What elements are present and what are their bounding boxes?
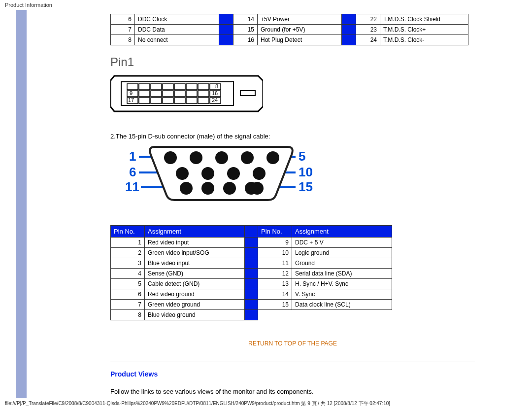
sidebar-stripe <box>16 10 27 398</box>
table-gap <box>219 14 233 25</box>
return-to-top-link[interactable]: RETURN TO TOP OF THE PAGE <box>110 340 475 347</box>
pin-assignment: Green video ground <box>145 300 245 310</box>
pin-row: 7Green video ground15Data clock line (SC… <box>111 300 392 310</box>
svg-point-47 <box>266 151 279 164</box>
dvi-table: 6DDC Clock14+5V Power22T.M.D.S. Clock Sh… <box>110 14 468 45</box>
svg-rect-21 <box>174 98 185 103</box>
pin-number: 7 <box>111 300 145 310</box>
svg-rect-7 <box>198 84 209 90</box>
pin-assignment: Sense (GND) <box>145 269 245 279</box>
dvi-row: 6DDC Clock14+5V Power22T.M.D.S. Clock Sh… <box>111 14 468 25</box>
svg-rect-10 <box>139 91 150 97</box>
pin-name: No connect <box>135 35 219 45</box>
svg-point-43 <box>164 151 177 164</box>
svg-point-49 <box>201 167 214 180</box>
svg-rect-18 <box>139 98 150 103</box>
svg-rect-19 <box>151 98 162 103</box>
svg-rect-23 <box>198 98 209 103</box>
vga-connector-diagram: 1 6 11 5 10 15 <box>125 145 532 206</box>
pin-number: 7 <box>111 25 135 35</box>
svg-point-50 <box>227 167 240 180</box>
pin-assignment: DDC + 5 V <box>292 238 392 248</box>
svg-rect-1 <box>127 84 138 90</box>
pin-number: 12 <box>258 269 292 279</box>
table-gap <box>245 226 258 238</box>
d-sub-description: 2.The 15-pin D-sub connector (male) of t… <box>110 133 532 140</box>
pin-row: 6Red video ground14V. Sync <box>111 289 392 300</box>
pin-row: 2Green video input/SOG10Logic ground <box>111 248 392 258</box>
svg-text:17: 17 <box>128 97 134 103</box>
table-gap <box>245 300 258 310</box>
svg-text:9: 9 <box>130 90 133 96</box>
pin-number: 15 <box>258 300 292 310</box>
table-gap <box>245 269 258 279</box>
pin-number: 11 <box>258 258 292 269</box>
product-views-description: Follow the links to see various views of… <box>110 388 532 395</box>
pin-row: 3Blue video input11Ground <box>111 258 392 269</box>
pin-assignment: Ground <box>292 258 392 269</box>
svg-point-44 <box>190 151 202 164</box>
pin-row: 4Sense (GND)12Serial data line (SDA) <box>111 269 392 279</box>
col-pin-no: Pin No. <box>258 226 292 238</box>
table-gap <box>245 279 258 289</box>
pin-number: 15 <box>233 25 258 35</box>
pin1-label: Pin1 <box>110 55 532 69</box>
svg-text:11: 11 <box>125 179 139 194</box>
svg-text:16: 16 <box>212 90 218 96</box>
product-views-heading: Product Views <box>110 370 532 378</box>
svg-point-53 <box>201 182 214 195</box>
main-content: 6DDC Clock14+5V Power22T.M.D.S. Clock Sh… <box>27 10 532 398</box>
svg-point-46 <box>241 151 254 164</box>
table-gap <box>245 258 258 269</box>
dvi-row: 7DDC Data15Ground (for +5V)23T.M.D.S. Cl… <box>111 25 468 35</box>
pin-assignment: Data clock line (SCL) <box>292 300 392 310</box>
pin-assignment: V. Sync <box>292 289 392 300</box>
table-gap <box>245 310 258 320</box>
svg-text:5: 5 <box>299 149 305 164</box>
svg-rect-2 <box>139 84 150 90</box>
svg-rect-13 <box>174 91 185 97</box>
pin-number: 9 <box>258 238 292 248</box>
svg-rect-25 <box>240 91 255 96</box>
divider <box>110 362 475 362</box>
svg-rect-3 <box>151 84 162 90</box>
pin-number: 2 <box>111 248 145 258</box>
svg-point-57 <box>251 182 264 195</box>
svg-point-48 <box>176 167 189 180</box>
pin-number: 8 <box>111 310 145 320</box>
pin-number: 14 <box>233 14 258 25</box>
pin-assignment: Logic ground <box>292 248 392 258</box>
pin-number: 10 <box>258 248 292 258</box>
table-gap <box>219 25 233 35</box>
pin-number: 8 <box>111 35 135 45</box>
svg-text:24: 24 <box>212 97 218 103</box>
svg-rect-20 <box>163 98 173 103</box>
svg-text:15: 15 <box>299 179 313 194</box>
pin-number: 4 <box>111 269 145 279</box>
pin-name: Hot Plug Detect <box>258 35 342 45</box>
svg-rect-4 <box>163 84 173 90</box>
pin-assignment: Red video input <box>145 238 245 248</box>
pin-number: 6 <box>111 289 145 300</box>
pin-assignment: Blue video input <box>145 258 245 269</box>
pin-assignment: Cable detect (GND) <box>145 279 245 289</box>
svg-text:1: 1 <box>129 149 136 164</box>
table-gap <box>245 238 258 248</box>
svg-text:6: 6 <box>129 165 136 179</box>
pin-row: 1Red video input9DDC + 5 V <box>111 238 392 248</box>
col-pin-no: Pin No. <box>111 226 145 238</box>
pin-number: 3 <box>111 258 145 269</box>
svg-rect-12 <box>163 91 173 97</box>
svg-rect-11 <box>151 91 162 97</box>
pin-row: 5Cable detect (GND)13H. Sync / H+V. Sync <box>111 279 392 289</box>
table-gap <box>342 25 356 35</box>
pin-number: 24 <box>356 35 380 45</box>
svg-rect-22 <box>186 98 197 103</box>
pin-assignment: Serial data line (SDA) <box>292 269 392 279</box>
svg-point-54 <box>223 182 236 195</box>
table-gap <box>245 248 258 258</box>
pin-assignment: H. Sync / H+V. Sync <box>292 279 392 289</box>
pin-assignment: Red video ground <box>145 289 245 300</box>
left-gutter <box>0 10 16 398</box>
pin-number: 23 <box>356 25 380 35</box>
